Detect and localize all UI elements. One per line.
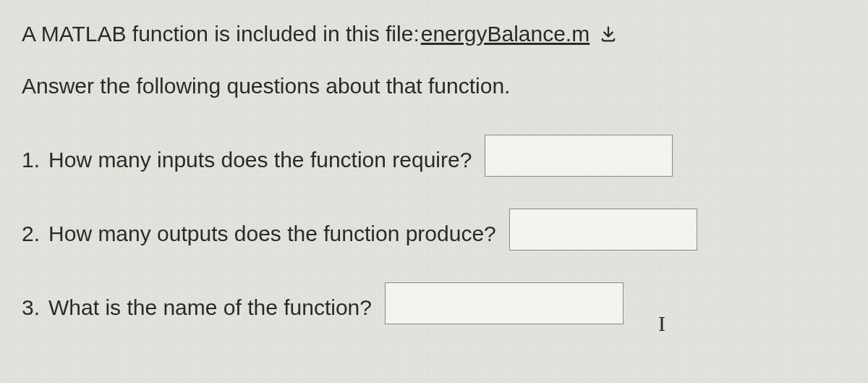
q2-number: 2. xyxy=(22,222,40,246)
instruction-text: Answer the following questions about tha… xyxy=(22,74,846,98)
question-row-2: 2. How many outputs does the function pr… xyxy=(22,209,846,246)
intro-line: A MATLAB function is included in this fi… xyxy=(22,22,846,46)
intro-prefix: A MATLAB function is included in this fi… xyxy=(22,22,420,46)
q1-number: 1. xyxy=(22,148,40,172)
q2-text: How many outputs does the function produ… xyxy=(48,222,496,246)
text-cursor-icon: I xyxy=(658,311,665,336)
question-row-1: 1. How many inputs does the function req… xyxy=(22,135,846,172)
q1-text: How many inputs does the function requir… xyxy=(48,148,472,172)
q1-input[interactable] xyxy=(485,135,673,177)
q3-input[interactable] xyxy=(385,282,624,324)
q3-text: What is the name of the function? xyxy=(48,295,372,320)
q3-number: 3. xyxy=(22,295,40,320)
download-icon[interactable] xyxy=(598,24,618,44)
q2-input[interactable] xyxy=(509,209,697,251)
file-link[interactable]: energyBalance.m xyxy=(421,22,590,46)
question-row-3: 3. What is the name of the function? I xyxy=(22,282,846,320)
